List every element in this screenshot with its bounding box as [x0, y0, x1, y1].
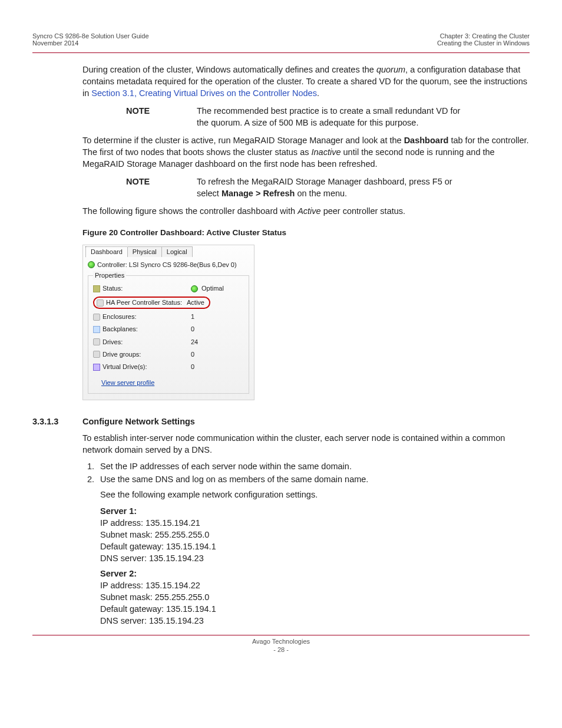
figure-caption: Figure 20 Controller Dashboard: Active C…	[82, 228, 530, 239]
backplanes-label: Backplanes:	[103, 325, 138, 334]
status-value: Optimal	[201, 284, 224, 293]
server1-mask: Subnet mask: 255.255.255.0	[100, 529, 530, 541]
note-text: The recommended best practice is to crea…	[197, 105, 462, 129]
header-doc-title: Syncro CS 9286-8e Solution User Guide	[32, 32, 149, 39]
drivegroups-label: Drive groups:	[103, 350, 141, 359]
drive-icon	[93, 338, 100, 345]
ha-label: HA Peer Controller Status:	[106, 298, 182, 307]
paragraph-figure-leadin: The following figure shows the controlle…	[82, 205, 530, 217]
section-title: Configure Network Settings	[82, 416, 195, 427]
header-rule	[32, 52, 530, 53]
note-text: To refresh the MegaRAID Storage Manager …	[197, 176, 462, 199]
server2-ip: IP address: 135.15.194.22	[100, 579, 530, 591]
check-icon	[88, 261, 95, 268]
note-label: NOTE	[126, 176, 197, 199]
ha-value: Active	[187, 298, 204, 307]
server1-dns: DNS server: 135.15.194.23	[100, 552, 530, 564]
link-section-3-1[interactable]: Section 3.1, Creating Virtual Drives on …	[91, 88, 317, 98]
note-block-1: NOTE The recommended best practice is to…	[126, 105, 530, 129]
controller-label: Controller: LSI Syncro CS 9286-8e(Bus 6,…	[97, 261, 237, 269]
ha-icon	[97, 299, 104, 307]
server1-gateway: Default gateway: 135.15.194.1	[100, 541, 530, 552]
controller-row: Controller: LSI Syncro CS 9286-8e(Bus 6,…	[83, 257, 254, 273]
virtualdrive-icon	[93, 364, 100, 371]
header-doc-date: November 2014	[32, 39, 149, 47]
tab-dashboard[interactable]: Dashboard	[85, 246, 128, 257]
ha-status-highlight: HA Peer Controller Status: Active	[93, 297, 210, 309]
enclosures-label: Enclosures:	[103, 312, 136, 321]
view-server-profile-link[interactable]: View server profile	[101, 378, 154, 387]
step-1: Set the IP addresses of each server node…	[97, 460, 530, 472]
note-block-2: NOTE To refresh the MegaRAID Storage Man…	[126, 176, 530, 199]
drives-label: Drives:	[103, 338, 123, 347]
drivegroups-value: 0	[191, 350, 194, 359]
server1-title: Server 1:	[100, 506, 137, 516]
paragraph-quorum: During creation of the cluster, Windows …	[82, 64, 530, 99]
enclosures-value: 1	[191, 312, 194, 321]
step-2: Use the same DNS and log on as members o…	[97, 473, 530, 627]
server2-gateway: Default gateway: 135.15.194.1	[100, 603, 530, 615]
header-section: Creating the Cluster in Windows	[437, 39, 530, 47]
optimal-icon	[191, 285, 198, 292]
enclosure-icon	[93, 314, 100, 321]
properties-fieldset: Properties Status: Optimal HA Peer Contr…	[88, 275, 249, 394]
section-number: 3.3.1.3	[32, 416, 82, 427]
footer-page: - 28 -	[32, 646, 530, 654]
server2-title: Server 2:	[100, 569, 137, 578]
vd-label: Virtual Drive(s):	[103, 363, 147, 371]
vd-value: 0	[191, 363, 194, 371]
drivegroup-icon	[93, 351, 100, 358]
backplanes-value: 0	[191, 325, 194, 334]
footer-rule	[32, 635, 530, 635]
step-2-note: See the following example network config…	[100, 489, 530, 500]
section-intro: To establish inter-server node communica…	[82, 432, 530, 456]
paragraph-dashboard: To determine if the cluster is active, r…	[82, 134, 530, 170]
status-icon	[93, 285, 100, 292]
tab-physical[interactable]: Physical	[127, 246, 162, 257]
tab-logical[interactable]: Logical	[161, 246, 193, 257]
dashboard-screenshot: Dashboard Physical Logical Controller: L…	[82, 245, 254, 401]
note-label: NOTE	[126, 105, 197, 129]
footer-company: Avago Technologies	[32, 638, 530, 646]
header-chapter: Chapter 3: Creating the Cluster	[437, 32, 530, 39]
server2-mask: Subnet mask: 255.255.255.0	[100, 591, 530, 603]
server1-ip: IP address: 135.15.194.21	[100, 517, 530, 529]
status-label: Status:	[103, 284, 123, 293]
backplane-icon	[93, 326, 100, 333]
drives-value: 24	[191, 338, 198, 347]
fieldset-legend: Properties	[93, 271, 126, 280]
server2-dns: DNS server: 135.15.194.23	[100, 615, 530, 627]
